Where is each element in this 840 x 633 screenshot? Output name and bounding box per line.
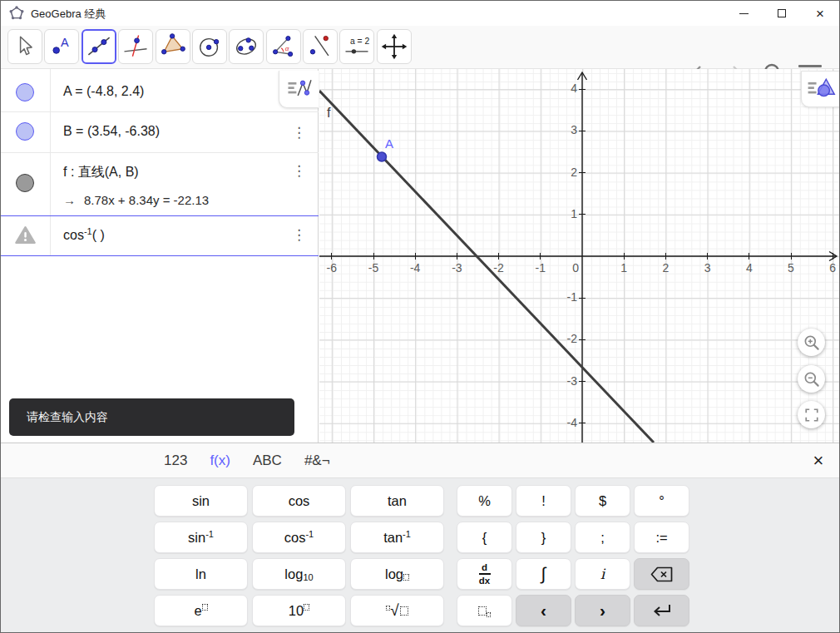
visibility-toggle-f[interactable]	[16, 174, 34, 192]
key-imaginary-unit[interactable]: i	[575, 558, 630, 590]
key-factorial[interactable]: !	[516, 485, 571, 517]
x-tick-label: -6	[327, 261, 337, 274]
key-log10[interactable]: log10	[252, 558, 346, 590]
maximize-button[interactable]	[763, 1, 801, 26]
main-area: A = (-4.8, 2.4) B = (3.54, -6.38) ⋮ f : …	[1, 69, 839, 443]
visibility-toggle-A[interactable]	[16, 83, 34, 101]
key-cursor-left[interactable]: ‹	[516, 595, 571, 626]
key-e-power[interactable]: e	[154, 595, 248, 626]
tool-angle[interactable]: α	[266, 29, 301, 64]
key-brace-close[interactable]: }	[516, 522, 571, 553]
tool-slider[interactable]: a = 2	[339, 29, 374, 64]
tool-perpendicular-line[interactable]	[118, 29, 153, 64]
x-tickmark	[540, 253, 541, 260]
close-icon: ×	[816, 7, 824, 21]
key-brace-open[interactable]: {	[457, 522, 512, 553]
x-tick-label: -4	[410, 261, 420, 274]
ellipse-icon	[231, 32, 261, 62]
tool-circle[interactable]	[192, 29, 227, 64]
tool-conic[interactable]	[229, 29, 264, 64]
key-arccos[interactable]: cos-1	[252, 522, 346, 553]
key-ten-power[interactable]: 10	[252, 595, 346, 626]
key-arcsin[interactable]: sin-1	[154, 522, 248, 553]
keyboard-tab-#&¬[interactable]: #&¬	[304, 452, 330, 469]
algebra-row-f[interactable]: f : 直线(A, B) →8.78x + 8.34y = -22.13 ⋮	[1, 152, 319, 215]
zoom-in-button[interactable]	[798, 329, 825, 356]
tool-move-graphics[interactable]	[377, 29, 412, 64]
error-toast: 请检查输入内容	[9, 398, 294, 436]
algebra-row-A[interactable]: A = (-4.8, 2.4)	[1, 71, 319, 111]
y-tickmark	[579, 172, 586, 173]
key-ln[interactable]: ln	[154, 558, 248, 590]
point-A[interactable]	[378, 152, 387, 161]
output-arrow: →	[63, 193, 76, 207]
title-bar: GeoGebra 经典 ×	[1, 1, 839, 26]
key-cos[interactable]: cos	[252, 485, 346, 517]
x-tick-label: 5	[788, 261, 794, 274]
tool-line[interactable]	[82, 29, 116, 64]
svg-text:A: A	[61, 36, 69, 49]
keyboard-tab-f(x)[interactable]: f(x)	[210, 452, 230, 469]
visibility-toggle-B[interactable]	[16, 122, 34, 141]
key-degree[interactable]: °	[634, 485, 689, 517]
zoom-in-icon	[803, 334, 821, 352]
keyboard-body: sincostansin-1cos-1tan-1lnlog10loge10√ %…	[1, 478, 839, 633]
x-tick-label: -2	[493, 261, 503, 274]
x-tickmark	[373, 253, 374, 260]
minimize-button[interactable]	[724, 1, 763, 26]
key-derivative[interactable]: ddx	[457, 558, 512, 590]
keyboard-tab-bar: 123f(x)ABC#&¬	[1, 443, 839, 478]
y-tick-label: -3	[551, 374, 577, 388]
key-integral[interactable]: ∫	[516, 558, 571, 590]
graphics-settings-icon	[805, 75, 837, 103]
row-menu-input[interactable]: ⋮	[292, 228, 305, 242]
y-tickmark	[579, 131, 586, 131]
graphics-view[interactable]: -6-5-4-3-2-101234564321-1-2-3-4 f A	[319, 69, 840, 443]
algebra-row-B[interactable]: B = (3.54, -6.38) ⋮	[1, 111, 319, 152]
perpendicular-line-icon	[121, 32, 151, 62]
graphics-settings-button[interactable]	[801, 71, 840, 107]
algebra-equation-f: →8.78x + 8.34y = -22.13	[63, 193, 209, 207]
key-arctan[interactable]: tan-1	[350, 522, 444, 553]
fullscreen-button[interactable]	[798, 401, 825, 428]
key-sin[interactable]: sin	[154, 485, 248, 517]
close-button[interactable]: ×	[801, 1, 839, 26]
algebra-entry-f: f : 直线(A, B)	[63, 164, 139, 181]
keyboard-tab-123[interactable]: 123	[164, 452, 187, 469]
key-backspace[interactable]	[634, 558, 689, 590]
row-menu-B[interactable]: ⋮	[292, 126, 305, 140]
key-subscript-box[interactable]	[457, 595, 512, 626]
tool-move[interactable]	[7, 29, 42, 64]
algebra-input-row[interactable]: cos-1( ) ⋮	[1, 215, 319, 255]
key-percent[interactable]: %	[457, 485, 512, 517]
key-tan[interactable]: tan	[350, 485, 444, 517]
key-semicolon[interactable]: ;	[575, 522, 630, 553]
input-expression[interactable]: cos-1( )	[63, 226, 105, 243]
line-icon	[84, 32, 114, 62]
key-enter[interactable]	[634, 595, 689, 626]
tool-line-points[interactable]	[303, 29, 338, 64]
key-assignment[interactable]: :=	[634, 522, 689, 553]
toast-message: 请检查输入内容	[27, 410, 108, 425]
key-cursor-right[interactable]: ›	[575, 595, 630, 626]
tool-point[interactable]: A	[44, 29, 79, 64]
keyboard-close-button[interactable]: ×	[808, 450, 829, 472]
angle-icon: α	[269, 32, 299, 62]
keyboard-right-group: %!$°{};:=ddx∫i‹›	[457, 485, 689, 626]
zoom-out-button[interactable]	[798, 365, 825, 393]
pan-arrows-icon	[379, 32, 409, 62]
key-log-base[interactable]: log	[350, 558, 444, 590]
y-tick-label: 1	[551, 207, 577, 220]
key-nth-root[interactable]: √	[350, 595, 444, 626]
window-title: GeoGebra 经典	[31, 7, 106, 22]
algebra-stylebar-button[interactable]	[279, 71, 319, 108]
svg-text:α: α	[285, 45, 289, 52]
keyboard-tab-ABC[interactable]: ABC	[253, 452, 282, 469]
y-tick-label: -2	[551, 332, 577, 345]
row-menu-f[interactable]: ⋮	[292, 164, 305, 178]
tool-polygon[interactable]	[156, 29, 190, 64]
y-tickmark	[579, 339, 586, 340]
y-tick-label: -4	[551, 416, 577, 429]
polygon-icon	[158, 32, 188, 62]
key-dollar[interactable]: $	[575, 485, 630, 517]
